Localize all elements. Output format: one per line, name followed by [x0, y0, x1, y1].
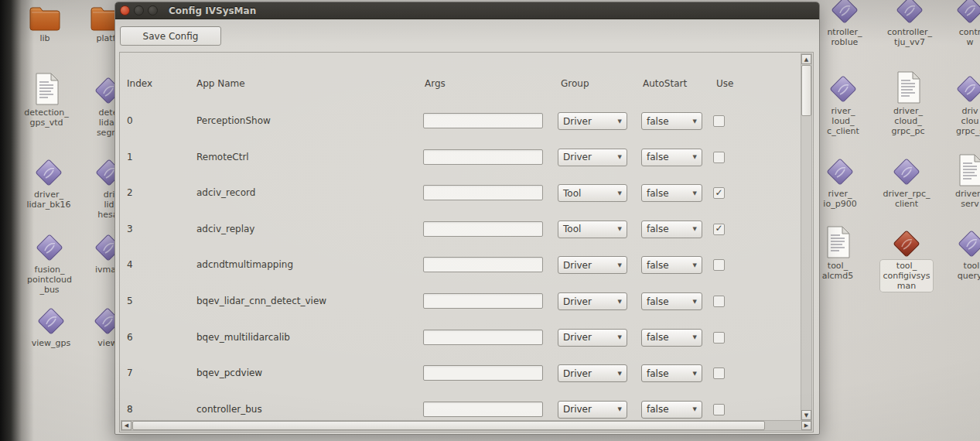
app-diamond-icon	[895, 0, 924, 25]
row-index-cell: 4	[127, 259, 133, 270]
desktop-icon-tool-configivsys-man[interactable]: tool_configivsysman	[874, 223, 939, 292]
args-input[interactable]	[423, 257, 543, 272]
desktop-icon-label: driver_cloud_grpc_pc	[889, 105, 927, 137]
minimize-icon[interactable]	[134, 5, 144, 15]
args-input[interactable]	[423, 402, 543, 417]
args-input[interactable]	[423, 149, 543, 165]
args-input[interactable]	[423, 221, 543, 237]
row-index-cell: 5	[127, 296, 133, 306]
scroll-down-icon[interactable]: ▼	[801, 410, 811, 420]
dropdown-arrow-icon: ▼	[688, 262, 697, 268]
dropdown-arrow-icon: ▼	[613, 118, 622, 125]
use-checkbox[interactable]	[713, 404, 725, 415]
row-index-cell: 0	[127, 115, 133, 126]
app-config-table: Index App Name Args Group AutoStart Use …	[119, 52, 814, 432]
args-input[interactable]	[423, 113, 543, 128]
group-dropdown[interactable]: Driver▼	[558, 292, 627, 310]
desktop-icon-controller-tju-vv7[interactable]: controller_tju_vv7	[877, 0, 942, 48]
desktop-icon-driver-serv[interactable]: driver_serv	[937, 151, 980, 210]
autostart-dropdown[interactable]: false▼	[641, 220, 702, 238]
desktop-icon-lib[interactable]: lib	[12, 0, 77, 44]
group-dropdown[interactable]: Tool▼	[558, 184, 627, 202]
autostart-dropdown[interactable]: false▼	[641, 364, 702, 382]
app-diamond-icon	[955, 0, 980, 25]
app-diamond-icon	[955, 68, 980, 104]
app-diamond-icon	[892, 151, 921, 186]
app-name-cell: bqev_lidar_cnn_detect_view	[196, 296, 326, 306]
document-icon	[34, 70, 60, 105]
desktop-icon-label: contrw	[957, 26, 980, 48]
desktop-icon-driv-clou-grpc-s[interactable]: drivclougrpc_s	[937, 68, 980, 137]
use-checkbox[interactable]: ✓	[713, 224, 725, 235]
desktop-icon-detection-gps-vtd[interactable]: detection_gps_vtd	[14, 70, 79, 128]
desktop-icon-ntroller-roblue[interactable]: ntroller_roblue	[812, 0, 877, 48]
use-checkbox[interactable]	[713, 259, 725, 271]
app-diamond-icon	[957, 223, 980, 258]
desktop-icon-tool-queryr[interactable]: toolqueryr	[939, 223, 980, 282]
desktop-icon-driver-cloud-grpc-pc[interactable]: driver_cloud_grpc_pc	[876, 68, 941, 137]
desktop-icon-contr-w[interactable]: contrw	[937, 0, 980, 48]
use-checkbox[interactable]	[713, 368, 725, 379]
use-checkbox[interactable]: ✓	[713, 187, 725, 199]
use-checkbox[interactable]	[713, 296, 725, 307]
column-header-autostart: AutoStart	[643, 78, 687, 89]
horizontal-scrollbar-thumb[interactable]	[132, 421, 765, 430]
dropdown-arrow-icon: ▼	[613, 226, 622, 232]
group-dropdown[interactable]: Driver▼	[558, 401, 627, 419]
autostart-dropdown[interactable]: false▼	[641, 292, 702, 310]
dropdown-arrow-icon: ▼	[613, 154, 622, 160]
autostart-dropdown[interactable]: false▼	[641, 401, 702, 419]
dropdown-arrow-icon: ▼	[613, 190, 622, 197]
scroll-left-icon[interactable]: ◀	[121, 421, 131, 430]
use-checkbox[interactable]	[713, 332, 725, 344]
args-input[interactable]	[423, 365, 543, 381]
app-name-cell: bqev_multilidarcalib	[196, 332, 290, 343]
group-dropdown[interactable]: Driver▼	[558, 256, 627, 274]
group-dropdown[interactable]: Driver▼	[558, 149, 627, 166]
row-index-cell: 6	[127, 332, 133, 343]
desktop-icon-label: toolqueryr	[955, 260, 980, 282]
dropdown-arrow-icon: ▼	[688, 118, 697, 125]
desktop-icon-label: detection_gps_vtd	[22, 107, 70, 128]
desktop-icon-label: fusion_pointcloud_bus	[25, 264, 74, 296]
save-config-button[interactable]: Save Config	[120, 26, 221, 46]
desktop-icon-label: drivclougrpc_s	[954, 105, 980, 137]
maximize-icon[interactable]	[148, 5, 158, 15]
autostart-dropdown[interactable]: false▼	[641, 256, 702, 274]
dropdown-arrow-icon: ▼	[688, 406, 697, 412]
use-checkbox[interactable]	[713, 115, 725, 127]
desktop-icon-driver-rpc-client[interactable]: driver_rpc_client	[874, 151, 939, 210]
scroll-right-icon[interactable]: ▶	[801, 421, 811, 430]
autostart-dropdown[interactable]: false▼	[641, 329, 702, 347]
desktop-icon-driver-lidar-bk16[interactable]: driver_lidar_bk16	[16, 152, 81, 210]
scroll-up-icon[interactable]: ▲	[801, 54, 811, 64]
folder-icon	[29, 0, 61, 31]
close-icon[interactable]	[120, 5, 130, 15]
group-dropdown[interactable]: Driver▼	[558, 364, 627, 382]
autostart-dropdown[interactable]: false▼	[641, 149, 702, 166]
vertical-scrollbar-thumb[interactable]	[801, 65, 811, 116]
app-name-cell: adciv_replay	[196, 224, 254, 234]
config-ivsysman-window: Config IVSysMan Save Config Index App Na…	[114, 2, 820, 435]
app-name-cell: adcndtmultimapping	[196, 259, 293, 270]
args-input[interactable]	[423, 293, 543, 309]
row-index-cell: 8	[127, 404, 133, 415]
row-index-cell: 3	[127, 224, 133, 234]
args-input[interactable]	[423, 185, 543, 200]
desktop-icon-label: river_loud_c_client	[825, 105, 862, 137]
group-dropdown[interactable]: Tool▼	[558, 220, 627, 238]
app-name-cell: adciv_record	[196, 187, 255, 198]
row-index-cell: 2	[127, 187, 133, 198]
group-dropdown[interactable]: Driver▼	[558, 329, 627, 347]
window-titlebar[interactable]: Config IVSysMan	[115, 2, 819, 19]
desktop-icon-river-loud-c-client[interactable]: river_loud_c_client	[811, 68, 876, 137]
autostart-dropdown[interactable]: false▼	[641, 184, 702, 202]
group-dropdown[interactable]: Driver▼	[558, 112, 627, 130]
desktop-icon-fusion-pointcloud-bus[interactable]: fusion_pointcloud_bus	[17, 227, 82, 296]
desktop-icon-view-gps[interactable]: view_gps	[19, 300, 84, 349]
autostart-dropdown[interactable]: false▼	[641, 112, 702, 130]
app-name-cell: bqev_pcdview	[196, 368, 262, 378]
use-checkbox[interactable]	[713, 152, 725, 163]
desktop-icon-label: driver_lidar_bk16	[24, 189, 73, 210]
args-input[interactable]	[423, 330, 543, 345]
